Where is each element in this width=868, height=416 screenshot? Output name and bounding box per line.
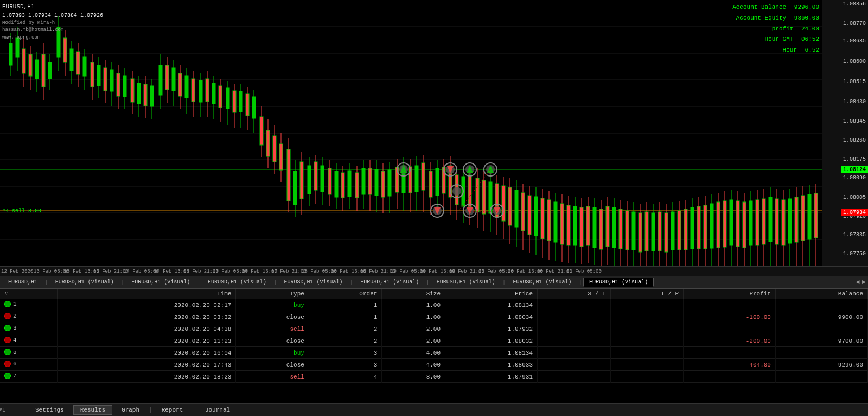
cell-time: 2020.02.20 02:17 xyxy=(57,299,236,311)
col-price: Price xyxy=(445,289,538,299)
equity-value: 9360.00 xyxy=(794,15,819,21)
cell-tp xyxy=(610,371,683,383)
cell-type: sell xyxy=(236,323,309,335)
profit-value: 24.00 xyxy=(801,26,819,32)
tab-visual-5[interactable]: EURUSD,H1 (visual) xyxy=(354,278,425,287)
cell-sl xyxy=(538,323,610,335)
svg-rect-249 xyxy=(795,197,798,242)
svg-rect-243 xyxy=(775,199,778,244)
tab-visual-3[interactable]: EURUSD,H1 (visual) xyxy=(202,278,272,287)
svg-rect-115 xyxy=(355,173,359,198)
svg-rect-245 xyxy=(782,200,785,245)
cell-tp xyxy=(610,347,683,359)
svg-rect-185 xyxy=(586,206,590,245)
chart-tabs: EURUSD,H1 | EURUSD,H1 (visual) | EURUSD,… xyxy=(0,276,868,289)
svg-rect-205 xyxy=(652,213,655,251)
tab-report[interactable]: Report xyxy=(155,405,190,415)
table-row: 6 2020.02.20 17:43 close 3 4.00 1.08033 … xyxy=(0,359,868,371)
svg-rect-235 xyxy=(749,201,752,245)
svg-rect-65 xyxy=(185,76,188,98)
tab-visual-7[interactable]: EURUSD,H1 (visual) xyxy=(507,278,577,287)
svg-rect-241 xyxy=(769,197,772,242)
cell-tp xyxy=(610,335,683,347)
col-sl: S / L xyxy=(538,289,610,299)
svg-rect-199 xyxy=(632,212,635,250)
cell-profit xyxy=(684,323,776,335)
time-label-20: 21 Feb 05:00 xyxy=(566,269,602,274)
tab-journal[interactable]: Journal xyxy=(198,405,237,415)
cell-sl xyxy=(538,299,610,311)
svg-rect-221 xyxy=(704,205,707,249)
svg-rect-91 xyxy=(273,136,276,162)
svg-rect-165 xyxy=(521,193,525,231)
cell-order: 3 xyxy=(309,347,381,359)
hour-label: Hour xyxy=(783,47,797,53)
svg-rect-251 xyxy=(801,196,805,241)
cell-size: 2.00 xyxy=(382,335,445,347)
svg-rect-93 xyxy=(279,144,283,170)
cell-price: 1.08033 xyxy=(445,359,538,371)
tab-nav-right[interactable]: ► xyxy=(862,279,866,286)
svg-point-266 xyxy=(452,187,461,196)
cell-sl xyxy=(538,311,610,323)
svg-rect-153 xyxy=(482,180,486,214)
svg-rect-169 xyxy=(534,197,538,236)
time-axis: 12 Feb 2020 13 Feb 05:00 13 Feb 13:00 13… xyxy=(0,266,868,276)
col-type: Type xyxy=(236,289,309,299)
trade-label: #4 sell 8.00 xyxy=(2,208,41,214)
svg-rect-175 xyxy=(554,202,557,242)
cell-balance: 9900.00 xyxy=(775,311,867,323)
hour-value: 6.52 xyxy=(805,47,819,53)
tab-visual-6[interactable]: EURUSD,H1 (visual) xyxy=(431,278,501,287)
balance-value: 9296.00 xyxy=(794,4,819,10)
svg-rect-173 xyxy=(547,200,551,241)
svg-rect-117 xyxy=(362,168,365,194)
svg-rect-109 xyxy=(335,171,338,197)
cell-time: 2020.02.20 04:38 xyxy=(57,323,236,335)
cell-sl xyxy=(538,371,610,383)
sell-price-label: 1.07934 xyxy=(841,209,868,216)
svg-rect-121 xyxy=(375,169,378,196)
svg-rect-29 xyxy=(63,38,67,62)
svg-rect-229 xyxy=(730,200,733,245)
svg-rect-17 xyxy=(22,49,25,73)
svg-rect-85 xyxy=(252,97,256,118)
price-level-14: 1.07750 xyxy=(843,251,866,257)
svg-rect-203 xyxy=(645,212,648,251)
svg-rect-151 xyxy=(476,178,479,212)
svg-rect-219 xyxy=(697,206,700,249)
tab-settings[interactable]: Settings xyxy=(28,405,71,415)
cell-time: 2020.02.20 16:04 xyxy=(57,347,236,359)
bottom-tabs: Tester Settings Results Graph | Report |… xyxy=(0,403,868,416)
cell-price: 1.08134 xyxy=(445,299,538,311)
svg-rect-191 xyxy=(606,206,609,247)
price-level-10: 1.08090 xyxy=(843,175,866,181)
tab-graph[interactable]: Graph xyxy=(114,405,146,415)
cell-type: close xyxy=(236,359,309,371)
cell-time: 2020.02.20 03:32 xyxy=(57,311,236,323)
price-level-8: 1.08260 xyxy=(843,137,866,143)
cell-size: 4.00 xyxy=(382,359,445,371)
svg-rect-45 xyxy=(117,73,120,96)
tab-eurusd-h1[interactable]: EURUSD,H1 xyxy=(2,278,43,287)
cell-tp xyxy=(610,311,683,323)
svg-rect-69 xyxy=(199,80,202,102)
svg-rect-237 xyxy=(756,200,759,245)
tab-visual-1[interactable]: EURUSD,H1 (visual) xyxy=(49,278,120,287)
tab-visual-4[interactable]: EURUSD,H1 (visual) xyxy=(278,278,349,287)
cell-tp xyxy=(610,323,683,335)
cell-size: 4.00 xyxy=(382,347,445,359)
table-row: 7 2020.02.20 18:23 sell 4 8.00 1.07931 xyxy=(0,371,868,383)
price-level-4: 1.08600 xyxy=(843,59,866,65)
tab-nav-left[interactable]: ◄ xyxy=(856,279,860,286)
svg-rect-163 xyxy=(515,190,518,227)
svg-rect-231 xyxy=(736,201,739,247)
tab-visual-8[interactable]: EURUSD,H1 (visual) xyxy=(583,278,654,287)
svg-rect-227 xyxy=(723,201,726,247)
svg-rect-87 xyxy=(260,117,263,145)
tab-results[interactable]: Results xyxy=(73,405,112,415)
svg-rect-107 xyxy=(328,168,331,194)
price-level-9: 1.08175 xyxy=(843,156,866,162)
tab-visual-2[interactable]: EURUSD,H1 (visual) xyxy=(125,278,196,287)
cell-size: 1.00 xyxy=(382,299,445,311)
